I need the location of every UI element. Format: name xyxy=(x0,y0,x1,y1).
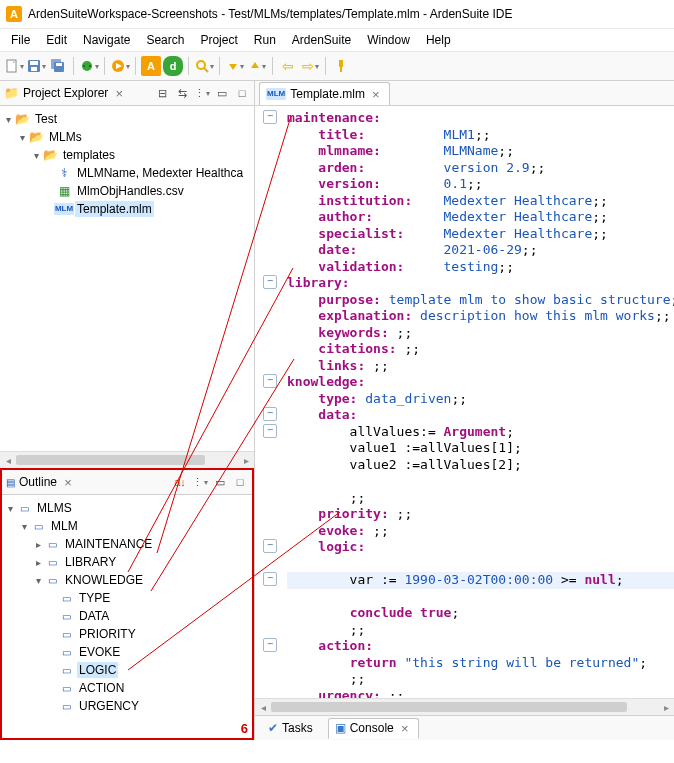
outline-node[interactable]: ▭PRIORITY xyxy=(2,625,252,643)
scroll-right-icon[interactable]: ▸ xyxy=(658,702,674,713)
tree-file[interactable]: MLMTemplate.mlm xyxy=(0,200,254,218)
outline-node[interactable]: ▭DATA xyxy=(2,607,252,625)
code-line[interactable]: title: MLM1;; xyxy=(287,127,674,144)
code-line[interactable]: logic: xyxy=(287,539,674,556)
outline-node[interactable]: ▸▭MAINTENANCE xyxy=(2,535,252,553)
console-tab[interactable]: ▣Console× xyxy=(328,718,419,739)
code-line[interactable]: arden: version 2.9;; xyxy=(287,160,674,177)
menu-navigate[interactable]: Navigate xyxy=(76,31,137,49)
menu-file[interactable]: File xyxy=(4,31,37,49)
code-line[interactable]: institution: Medexter Healthcare;; xyxy=(287,193,674,210)
twisty-icon[interactable]: ▸ xyxy=(32,557,44,568)
code-line[interactable]: evoke: ;; xyxy=(287,523,674,540)
outline-node[interactable]: ▾▭MLM xyxy=(2,517,252,535)
new-button[interactable] xyxy=(4,56,24,76)
outline-node[interactable]: ▭TYPE xyxy=(2,589,252,607)
code-line[interactable]: date: 2021-06-29;; xyxy=(287,242,674,259)
fold-toggle[interactable]: − xyxy=(263,110,277,124)
fold-toggle[interactable]: − xyxy=(263,407,277,421)
code-line[interactable]: urgency: ;; xyxy=(287,688,674,699)
fold-toggle[interactable]: − xyxy=(263,424,277,438)
code-line[interactable]: ;; xyxy=(287,490,674,507)
next-annotation-button[interactable] xyxy=(225,56,245,76)
outline-node[interactable]: ▾▭KNOWLEDGE xyxy=(2,571,252,589)
menu-run[interactable]: Run xyxy=(247,31,283,49)
tree-node[interactable]: Test xyxy=(33,111,59,127)
search-button[interactable] xyxy=(194,56,214,76)
link-editor-icon[interactable]: ⇆ xyxy=(174,85,190,101)
maximize-icon[interactable]: □ xyxy=(232,474,248,490)
sort-icon[interactable]: a↓ xyxy=(172,474,188,490)
close-view-icon[interactable]: × xyxy=(112,86,126,101)
code-line[interactable]: type: data_driven;; xyxy=(287,391,674,408)
code-line[interactable]: citations: ;; xyxy=(287,341,674,358)
d-button[interactable]: d xyxy=(163,56,183,76)
twisty-icon[interactable]: ▾ xyxy=(18,521,30,532)
scroll-left-icon[interactable]: ◂ xyxy=(255,702,271,713)
outline-node[interactable]: ▾▭MLMS xyxy=(2,499,252,517)
project-tree[interactable]: ▾📂Test ▾📂MLMs ▾📂templates ⚕MLMName, Mede… xyxy=(0,106,254,451)
twisty-icon[interactable]: ▾ xyxy=(32,575,44,586)
code-line[interactable]: value1 :=allValues[1]; xyxy=(287,440,674,457)
code-line[interactable]: author: Medexter Healthcare;; xyxy=(287,209,674,226)
code-line[interactable]: links: ;; xyxy=(287,358,674,375)
maximize-icon[interactable]: □ xyxy=(234,85,250,101)
fold-toggle[interactable]: − xyxy=(263,572,277,586)
code-line[interactable]: action: xyxy=(287,638,674,655)
code-line[interactable] xyxy=(287,556,674,573)
outline-node[interactable]: ▭URGENCY xyxy=(2,697,252,715)
menu-project[interactable]: Project xyxy=(193,31,244,49)
outline-node[interactable]: ▸▭LIBRARY xyxy=(2,553,252,571)
menu-help[interactable]: Help xyxy=(419,31,458,49)
minimize-icon[interactable]: ▭ xyxy=(214,85,230,101)
horizontal-scrollbar[interactable]: ◂ ▸ xyxy=(0,451,254,468)
code-line[interactable]: conclude true; xyxy=(287,605,674,622)
scroll-left-icon[interactable]: ◂ xyxy=(0,455,16,466)
code-line[interactable] xyxy=(287,589,674,606)
menu-search[interactable]: Search xyxy=(139,31,191,49)
tree-file[interactable]: ⚕MLMName, Medexter Healthca xyxy=(0,164,254,182)
run-button[interactable] xyxy=(110,56,130,76)
save-all-button[interactable] xyxy=(48,56,68,76)
code-line[interactable]: data: xyxy=(287,407,674,424)
close-tab-icon[interactable]: × xyxy=(369,87,383,102)
code-line[interactable]: explanation: description how this mlm wo… xyxy=(287,308,674,325)
scroll-right-icon[interactable]: ▸ xyxy=(238,455,254,466)
outline-tree[interactable]: ▾▭MLMS▾▭MLM▸▭MAINTENANCE▸▭LIBRARY▾▭KNOWL… xyxy=(2,495,252,738)
save-button[interactable] xyxy=(26,56,46,76)
menu-ardensuite[interactable]: ArdenSuite xyxy=(285,31,358,49)
code-line[interactable]: knowledge: xyxy=(287,374,674,391)
fold-toggle[interactable]: − xyxy=(263,374,277,388)
menu-edit[interactable]: Edit xyxy=(39,31,74,49)
fold-toggle[interactable]: − xyxy=(263,275,277,289)
code-line[interactable]: mlmname: MLMName;; xyxy=(287,143,674,160)
close-view-icon[interactable]: × xyxy=(61,475,75,490)
tree-node[interactable]: templates xyxy=(61,147,117,163)
twisty-icon[interactable]: ▸ xyxy=(32,539,44,550)
tree-file[interactable]: ▦MlmObjHandles.csv xyxy=(0,182,254,200)
code-line[interactable]: allValues:= Argument; xyxy=(287,424,674,441)
a-button[interactable]: A xyxy=(141,56,161,76)
code-line[interactable]: keywords: ;; xyxy=(287,325,674,342)
code-line[interactable]: library: xyxy=(287,275,674,292)
twisty-icon[interactable]: ▾ xyxy=(30,150,42,161)
editor-horizontal-scrollbar[interactable]: ◂ ▸ xyxy=(255,698,674,715)
outline-node[interactable]: ▭LOGIC xyxy=(2,661,252,679)
tree-node[interactable]: MLMs xyxy=(47,129,84,145)
back-button[interactable]: ⇦ xyxy=(278,56,298,76)
fold-toggle[interactable]: − xyxy=(263,539,277,553)
code-line[interactable]: purpose: template mlm to show basic stru… xyxy=(287,292,674,309)
twisty-icon[interactable]: ▾ xyxy=(4,503,16,514)
code-line[interactable]: ;; xyxy=(287,671,674,688)
filter-icon[interactable]: ⋮ xyxy=(192,474,208,490)
collapse-all-icon[interactable]: ⊟ xyxy=(154,85,170,101)
code-line[interactable]: version: 0.1;; xyxy=(287,176,674,193)
pin-button[interactable] xyxy=(331,56,351,76)
minimize-icon[interactable]: ▭ xyxy=(212,474,228,490)
code-line[interactable] xyxy=(287,473,674,490)
view-menu-icon[interactable]: ⋮ xyxy=(194,85,210,101)
code-line[interactable]: return "this string will be returned"; xyxy=(287,655,674,672)
twisty-icon[interactable]: ▾ xyxy=(2,114,14,125)
code-line[interactable]: var := 1990-03-02T00:00:00 >= null; xyxy=(287,572,674,589)
twisty-icon[interactable]: ▾ xyxy=(16,132,28,143)
